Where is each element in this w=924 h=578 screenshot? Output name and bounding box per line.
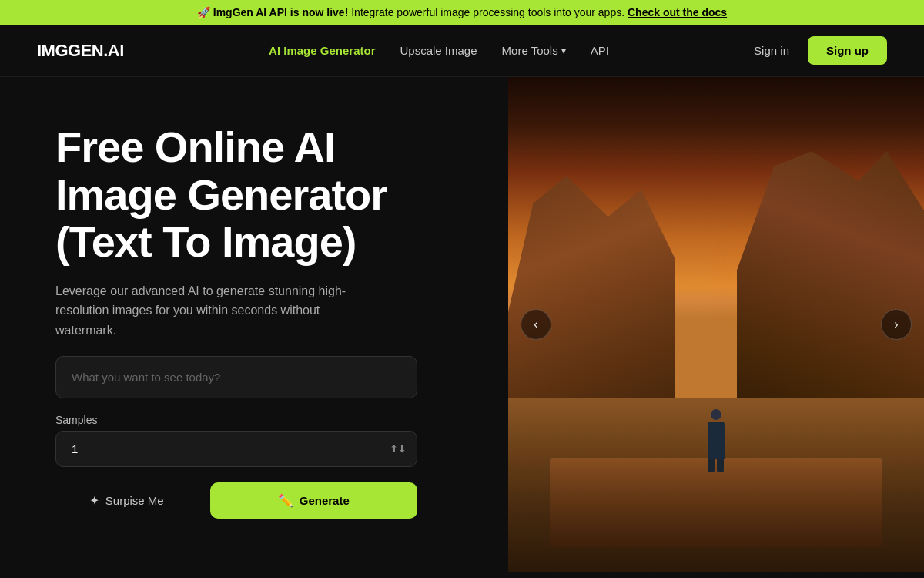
figure-head bbox=[711, 409, 721, 420]
banner-body-text: Integrate powerful image processing tool… bbox=[351, 6, 624, 18]
carousel-image bbox=[508, 77, 924, 572]
main-nav: IMGGEN.AI AI Image Generator Upscale Ima… bbox=[0, 25, 924, 77]
scene-figure bbox=[705, 409, 727, 463]
announcement-banner: 🚀 ImgGen AI API is now live! Integrate p… bbox=[0, 0, 924, 25]
nav-item-upscale-image[interactable]: Upscale Image bbox=[400, 44, 477, 58]
chevron-down-icon: ▾ bbox=[561, 45, 566, 56]
nav-links: AI Image Generator Upscale Image More To… bbox=[269, 44, 609, 58]
figure-legs bbox=[708, 459, 725, 472]
surprise-me-button[interactable]: ✦ Surpise Me bbox=[55, 484, 198, 517]
nav-right: Sign in Sign up bbox=[754, 36, 887, 65]
samples-label: Samples bbox=[55, 414, 462, 426]
samples-select[interactable]: 1 2 3 4 bbox=[55, 431, 417, 467]
figure-leg-right bbox=[717, 459, 724, 472]
prompt-input[interactable] bbox=[55, 356, 417, 398]
figure-leg-left bbox=[708, 459, 715, 472]
hero-panel: Free Online AI Image Generator (Text To … bbox=[0, 77, 508, 549]
image-carousel: ‹ › bbox=[508, 77, 924, 572]
nav-item-more-tools[interactable]: More Tools ▾ bbox=[502, 44, 566, 57]
samples-select-wrapper: 1 2 3 4 ⬆⬇ bbox=[55, 431, 417, 467]
nav-item-ai-image-generator[interactable]: AI Image Generator bbox=[269, 44, 375, 58]
generate-label: Generate bbox=[300, 494, 350, 507]
samples-group: Samples 1 2 3 4 ⬆⬇ bbox=[55, 414, 462, 467]
banner-rocket-emoji: 🚀 bbox=[197, 6, 210, 18]
logo: IMGGEN.AI bbox=[37, 41, 124, 61]
nav-item-api[interactable]: API bbox=[591, 44, 609, 58]
hero-title: Free Online AI Image Generator (Text To … bbox=[55, 123, 462, 266]
sign-in-button[interactable]: Sign in bbox=[754, 44, 789, 57]
hero-subtitle: Leverage our advanced AI to generate stu… bbox=[55, 281, 379, 341]
actions-row: ✦ Surpise Me ✏️ Generate bbox=[55, 482, 417, 519]
sparkle-icon: ✦ bbox=[89, 493, 99, 508]
main-content: Free Online AI Image Generator (Text To … bbox=[0, 77, 924, 572]
sign-up-button[interactable]: Sign up bbox=[808, 36, 887, 65]
banner-bold-text: ImgGen AI API is now live! bbox=[213, 6, 349, 18]
carousel-prev-button[interactable]: ‹ bbox=[521, 309, 551, 340]
carousel-next-button[interactable]: › bbox=[881, 309, 912, 340]
more-tools-dropdown[interactable]: More Tools ▾ bbox=[502, 44, 566, 57]
nav-link-ai-image-generator[interactable]: AI Image Generator bbox=[269, 44, 375, 57]
nav-link-api[interactable]: API bbox=[591, 44, 609, 57]
banner-docs-link[interactable]: Check out the docs bbox=[628, 6, 727, 18]
more-tools-label: More Tools bbox=[502, 44, 558, 57]
surprise-label: Surpise Me bbox=[105, 494, 164, 507]
generate-button[interactable]: ✏️ Generate bbox=[210, 482, 418, 519]
pencil-icon: ✏️ bbox=[278, 493, 293, 508]
nav-link-upscale-image[interactable]: Upscale Image bbox=[400, 44, 477, 57]
figure-body bbox=[708, 422, 725, 459]
